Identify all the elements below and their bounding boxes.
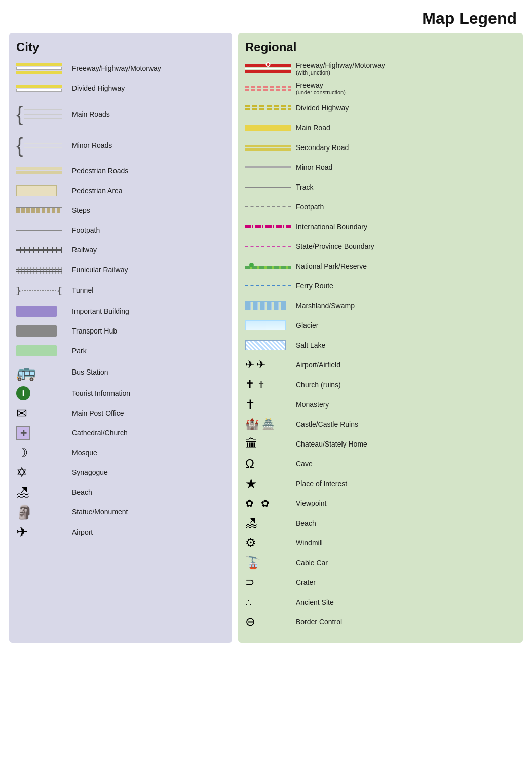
list-item: Marshland/Swamp [245,298,516,314]
city-section-title: City [16,40,225,54]
list-item: Pedestrian Roads [16,163,225,179]
list-item: Park [16,343,225,359]
regional-section: Regional Freeway/Highway/Motorway (with … [238,33,523,643]
list-item: ✝ Monastery [245,396,516,413]
list-item: ✿ ✿ Viewpoint [245,495,516,511]
list-item: ✡ Synagogue [16,464,225,480]
cable-car-icon: 🚡 [245,556,260,570]
list-item: State/Province Boundary [245,238,516,254]
mail-icon: ✉ [16,405,27,421]
list-item: Main Road [245,120,516,136]
list-item: ☽ Mosque [16,445,225,461]
list-item: 🗿 Statue/Monument [16,504,225,520]
list-item: International Boundary [245,218,516,235]
list-item: Glacier [245,317,516,334]
list-item: ✈✈ Airport/Airfield [245,357,516,373]
list-item: 🏛 Chateau/Stately Home [245,436,516,452]
synagogue-icon: ✡ [16,465,27,480]
windmill-icon: ⚙ [245,536,256,550]
castle-icon: 🏰 [245,418,259,431]
airport-reg-icon: ✈✈ [245,358,268,372]
list-item: 🏰 🏯 Castle/Castle Ruins [245,416,516,432]
list-item: Divided Highway [16,80,225,96]
list-item: 🏖 Beach [16,484,225,500]
list-item: Funicular Railway [16,262,225,278]
list-item: Freeway (under construction) [245,80,516,96]
list-item: ✈ Airport [16,524,225,540]
list-item: Ferry Route [245,278,516,294]
list-item: 🚌 Bus Station [16,362,225,382]
ancient-site-icon: ∴ [245,596,253,608]
cave-icon: Ω [245,457,254,471]
border-control-icon: ⊖ [245,615,255,629]
list-item: Steps [16,202,225,218]
list-item: } { Tunnel [16,281,225,300]
list-item: ✉ Main Post Office [16,405,225,421]
info-icon: i [16,386,30,400]
bus-icon: 🚌 [16,362,36,382]
list-item: Minor Road [245,159,516,175]
list-item: Railway [16,242,225,258]
list-item: ✝ ✝ Church (ruins) [245,377,516,393]
viewpoint-icon: ✿ ✿ [245,497,272,509]
list-item: Track [245,179,516,195]
list-item: 🚡 Cable Car [245,554,516,571]
cathedral-icon: ✚ [16,426,30,440]
list-item: ★ Place of Interest [245,475,516,492]
list-item: Footpath [245,199,516,215]
statue-icon: 🗿 [16,504,32,520]
list-item: Pedestrian Area [16,182,225,199]
regional-section-title: Regional [245,40,516,54]
list-item: { Main Roads [16,100,225,128]
list-item: ∴ Ancient Site [245,594,516,610]
page-title: Map Legend [0,0,532,33]
list-item: Transport Hub [16,323,225,339]
church-icon: ✝ [245,378,254,391]
beach-reg-icon: 🏖 [245,516,257,530]
airport-city-icon: ✈ [16,524,28,540]
beach-city-icon: 🏖 [16,485,29,500]
monastery-icon: ✝ [245,397,255,412]
church-ruins-icon: ✝ [257,379,265,390]
list-item: Important Building [16,303,225,319]
list-item: i Tourist Information [16,385,225,401]
list-item: Freeway/Highway/Motorway [16,60,225,77]
chateau-icon: 🏛 [245,437,257,451]
list-item: Freeway/Highway/Motorway (with junction) [245,60,516,77]
list-item: { Minor Roads [16,131,225,159]
list-item: Ω Cave [245,456,516,472]
list-item: Secondary Road [245,139,516,156]
city-section: City Freeway/Highway/Motorway Divided Hi… [9,33,232,643]
list-item: Divided Highway [245,100,516,116]
list-item: ⊃ Crater [245,574,516,590]
list-item: Salt Lake [245,337,516,353]
castle-ruins-icon: 🏯 [262,418,275,430]
list-item: National Park/Reserve [245,258,516,274]
list-item: 🏖 Beach [245,515,516,531]
crater-icon: ⊃ [245,576,254,589]
mosque-icon: ☽ [16,445,28,461]
list-item: ✚ Cathedral/Church [16,425,225,441]
list-item: Footpath [16,222,225,238]
list-item: ⊖ Border Control [245,614,516,630]
list-item: ⚙ Windmill [245,535,516,551]
place-interest-icon: ★ [245,476,257,492]
